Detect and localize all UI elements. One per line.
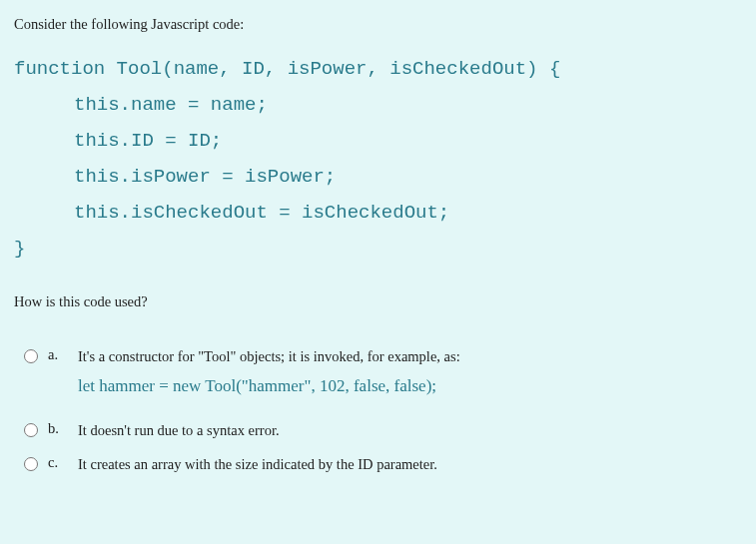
option-letter-c: c. (48, 454, 64, 471)
option-b: b. It doesn't run due to a syntax error. (24, 420, 742, 440)
option-letter-a: a. (48, 346, 64, 363)
radio-option-b[interactable] (24, 423, 38, 437)
option-code-a: let hammer = new Tool("hammer", 102, fal… (78, 376, 742, 396)
question-text: How is this code used? (14, 293, 742, 310)
radio-option-c[interactable] (24, 457, 38, 471)
code-line-1: function Tool(name, ID, isPower, isCheck… (14, 58, 560, 80)
code-line-3: this.ID = ID; (14, 123, 742, 159)
code-line-6: } (14, 238, 25, 260)
code-line-5: this.isCheckedOut = isCheckedOut; (14, 195, 742, 231)
option-text-b: It doesn't run due to a syntax error. (78, 420, 742, 440)
options-group: a. It's a constructor for "Tool" objects… (14, 346, 742, 475)
code-line-2: this.name = name; (14, 87, 742, 123)
radio-option-a[interactable] (24, 349, 38, 363)
code-snippet: function Tool(name, ID, isPower, isCheck… (14, 51, 742, 268)
option-letter-b: b. (48, 420, 64, 437)
option-c: c. It creates an array with the size ind… (24, 454, 742, 474)
option-text-a: It's a constructor for "Tool" objects; i… (78, 346, 742, 366)
option-body-b: It doesn't run due to a syntax error. (78, 420, 742, 440)
intro-prompt: Consider the following Javascript code: (14, 16, 742, 33)
option-text-c: It creates an array with the size indica… (78, 454, 742, 474)
option-body-c: It creates an array with the size indica… (78, 454, 742, 474)
option-a: a. It's a constructor for "Tool" objects… (24, 346, 742, 396)
option-body-a: It's a constructor for "Tool" objects; i… (78, 346, 742, 396)
code-line-4: this.isPower = isPower; (14, 159, 742, 195)
